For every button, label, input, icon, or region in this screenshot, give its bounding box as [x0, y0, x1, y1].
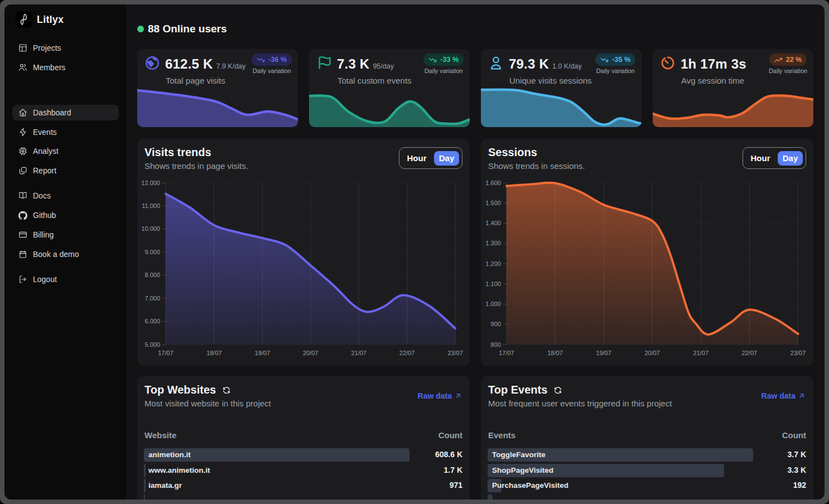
- svg-text:1.500: 1.500: [485, 200, 501, 206]
- svg-text:10.000: 10.000: [141, 225, 160, 232]
- svg-text:9.000: 9.000: [144, 249, 160, 255]
- svg-text:19/07: 19/07: [255, 350, 271, 356]
- svg-text:6.000: 6.000: [144, 318, 160, 324]
- svg-text:19/07: 19/07: [596, 350, 611, 356]
- svg-text:1.400: 1.400: [485, 220, 501, 226]
- svg-text:1.600: 1.600: [485, 180, 501, 186]
- svg-text:20/07: 20/07: [303, 350, 319, 356]
- svg-text:AI: AI: [22, 150, 24, 152]
- svg-text:17/07: 17/07: [158, 350, 173, 356]
- svg-text:800: 800: [491, 341, 501, 348]
- svg-text:18/07: 18/07: [206, 350, 222, 356]
- svg-text:22/07: 22/07: [742, 350, 758, 356]
- svg-text:21/07: 21/07: [351, 350, 367, 356]
- svg-text:21/07: 21/07: [693, 350, 709, 356]
- svg-text:1.200: 1.200: [485, 260, 501, 267]
- svg-text:1.000: 1.000: [485, 301, 501, 307]
- svg-text:12.000: 12.000: [141, 180, 160, 186]
- svg-text:1.100: 1.100: [485, 280, 501, 287]
- svg-text:5.000: 5.000: [144, 341, 160, 348]
- svg-text:20/07: 20/07: [644, 350, 660, 356]
- svg-text:18/07: 18/07: [547, 350, 563, 356]
- svg-text:22/07: 22/07: [399, 350, 415, 356]
- svg-text:900: 900: [491, 321, 501, 327]
- svg-text:7.000: 7.000: [144, 295, 160, 302]
- svg-text:8.000: 8.000: [144, 272, 160, 278]
- svg-text:1.300: 1.300: [485, 240, 501, 246]
- svg-text:11.000: 11.000: [142, 202, 160, 209]
- svg-text:23/07: 23/07: [447, 350, 463, 356]
- svg-text:23/07: 23/07: [791, 350, 806, 356]
- svg-text:17/07: 17/07: [499, 350, 514, 356]
